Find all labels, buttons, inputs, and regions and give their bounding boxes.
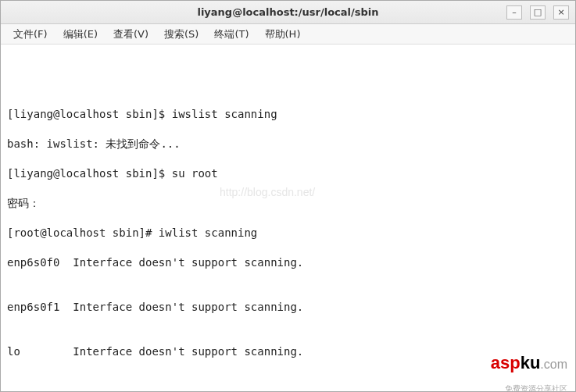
menu-view[interactable]: 查看(V) (106, 26, 156, 43)
minimize-icon: – (512, 7, 517, 17)
window-titlebar: liyang@localhost:/usr/local/sbin – □ × (1, 1, 575, 24)
terminal-line: enp6s0f0 Interface doesn't support scann… (7, 255, 569, 270)
menu-file[interactable]: 文件(F) (5, 26, 55, 43)
maximize-button[interactable]: □ (530, 5, 546, 20)
logo-letter: s (500, 353, 510, 372)
terminal-line: 密码： (7, 196, 569, 211)
close-button[interactable]: × (553, 5, 569, 20)
terminal-line: [liyang@localhost sbin]$ su root (7, 166, 569, 181)
window-title: liyang@localhost:/usr/local/sbin (1, 6, 575, 18)
menu-edit[interactable]: 编辑(E) (55, 26, 106, 43)
maximize-icon: □ (534, 7, 542, 17)
terminal-line: enp6s0f1 Interface doesn't support scann… (7, 300, 569, 315)
menu-bar: 文件(F) 编辑(E) 查看(V) 搜索(S) 终端(T) 帮助(H) (1, 24, 575, 45)
terminal-line: [liyang@localhost sbin]$ iwslist scannin… (7, 107, 569, 122)
site-logo-subtitle: 免费资源分享社区 (505, 381, 567, 391)
site-logo: aspku.com (471, 340, 567, 387)
terminal-line: bash: iwslist: 未找到命令... (7, 137, 569, 151)
menu-terminal[interactable]: 终端(T) (206, 26, 256, 43)
terminal-line: [root@localhost sbin]# iwlist scanning (7, 226, 569, 241)
close-icon: × (557, 7, 564, 17)
logo-domain: .com (540, 358, 567, 371)
menu-search[interactable]: 搜索(S) (156, 26, 206, 43)
logo-letter: a (491, 353, 500, 372)
logo-letter: p (510, 353, 520, 372)
terminal-line: virbr0-nic Interface doesn't support sca… (7, 389, 569, 391)
window-controls: – □ × (506, 1, 569, 23)
minimize-button[interactable]: – (506, 5, 522, 20)
menu-help[interactable]: 帮助(H) (257, 26, 309, 43)
logo-letter: u (530, 353, 540, 372)
logo-letter: k (521, 353, 530, 372)
terminal-output[interactable]: http://blog.csdn.net/ [liyang@localhost … (1, 45, 575, 391)
